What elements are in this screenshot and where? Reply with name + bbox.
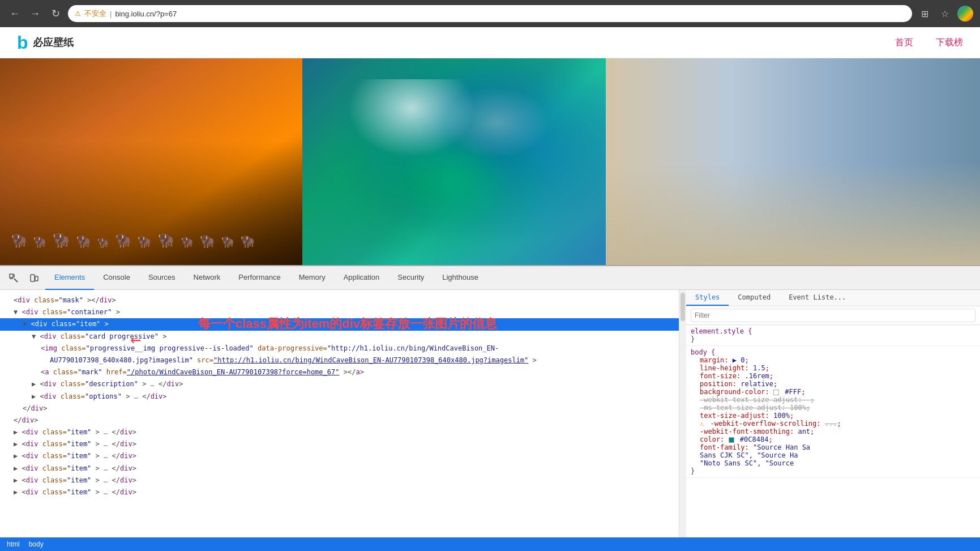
css-prop-ms-text-size: -ms-text-size-adjust: 100%; (691, 404, 975, 412)
css-brace-close: } (691, 335, 695, 343)
dom-panel-scrollbar-thumb[interactable] (681, 293, 685, 321)
css-prop-font-size: font-size: .16rem; (691, 372, 975, 380)
url-display: bing.ioliu.cn/?p=67 (115, 10, 177, 18)
dom-line-card-close[interactable]: </div> (0, 403, 679, 415)
tab-memory[interactable]: Memory (290, 266, 335, 290)
svg-rect-4 (31, 275, 35, 281)
css-prop-line-height: line-height: 1.5; (691, 364, 975, 372)
tab-performance[interactable]: Performance (229, 266, 289, 290)
svg-line-3 (14, 279, 18, 282)
tab-application[interactable]: Application (335, 266, 389, 290)
tab-security[interactable]: Security (388, 266, 433, 290)
color-swatch-teal (729, 437, 734, 443)
svg-rect-0 (10, 274, 13, 277)
dom-line-item-close[interactable]: </div> (0, 415, 679, 426)
dom-line-mask[interactable]: <div class="mask" ></div> (0, 294, 679, 306)
security-icon: ⚠ (75, 10, 81, 18)
profile-icon[interactable] (957, 6, 973, 22)
banner-image-left: 🦬 🦬 🦬 🦬 🦬 🦬 🦬 🦬 🦬 🦬 🦬 🦬 (0, 58, 302, 265)
styles-filter-input[interactable] (691, 309, 975, 322)
webpage-area: b 必应壁纸 首页 下载榜 🦬 🦬 🦬 🦬 🦬 🦬 🦬 🦬 🦬 🦬 🦬 (0, 27, 980, 265)
css-prop-background: background-color: #FFF; (691, 388, 975, 396)
chrome-right-icons: ⊞ ☆ (917, 6, 973, 22)
nav-download[interactable]: 下载榜 (936, 37, 963, 49)
reload-button[interactable]: ↻ (48, 6, 63, 22)
css-brace-body-close: } (691, 467, 695, 475)
dom-line-item-4[interactable]: ▶ <div class="item" > … </div> (0, 450, 679, 462)
styles-tab-styles[interactable]: Styles (686, 290, 729, 306)
styles-filter-area (686, 306, 980, 325)
site-title: 必应壁纸 (33, 36, 74, 49)
dom-line-description[interactable]: ▶ <div class="description" > … </div> (0, 378, 679, 390)
address-bar[interactable]: ⚠ 不安全 | bing.ioliu.cn/?p=67 (68, 5, 912, 22)
forward-button[interactable]: → (27, 6, 43, 22)
inspect-icon[interactable] (5, 269, 23, 287)
styles-panel: Styles Computed Event Liste... element.s… (686, 290, 980, 537)
dom-line-container-open[interactable]: ▼ <div class="container" > (0, 306, 679, 318)
dom-line-item-5[interactable]: ▶ <div class="item" > … </div> (0, 463, 679, 475)
devtools-panel: Elements Console Sources Network Perform… (0, 265, 980, 551)
translate-icon[interactable]: ⊞ (917, 6, 932, 22)
bing-logo: b (17, 32, 28, 53)
devtools-tabs-bar: Elements Console Sources Network Perform… (0, 266, 980, 290)
css-rule-element-style: element.style { } (686, 325, 980, 346)
css-prop-position: position: relative; (691, 380, 975, 388)
banner-images: 🦬 🦬 🦬 🦬 🦬 🦬 🦬 🦬 🦬 🦬 🦬 🦬 (0, 58, 980, 265)
css-prop-font-family-1: font-family: "Source Han Sa (691, 443, 975, 451)
css-prop-font-family-2: Sans CJK SC", "Source Ha (691, 451, 975, 459)
css-prop-font-family-3: "Noto Sans SC", "Source (691, 459, 975, 467)
security-label: 不安全 (84, 8, 106, 19)
tab-lighthouse[interactable]: Lighthouse (433, 266, 487, 290)
site-header: b 必应壁纸 首页 下载榜 (0, 27, 980, 58)
svg-rect-5 (35, 276, 38, 281)
device-icon[interactable] (25, 269, 43, 287)
site-logo: b 必应壁纸 (17, 32, 74, 53)
satellite-image (302, 58, 606, 265)
devtools-main-area: 每一个class属性为item的div标签存放一张图片的信息 ← <div cl… (0, 290, 980, 537)
styles-tab-computed[interactable]: Computed (729, 290, 780, 306)
status-bar: html body (0, 537, 980, 551)
tab-network[interactable]: Network (185, 266, 230, 290)
dom-line-item-2[interactable]: ▶ <div class="item" > … </div> (0, 426, 679, 438)
nav-home[interactable]: 首页 (895, 37, 913, 49)
tab-sources[interactable]: Sources (139, 266, 185, 290)
dom-line-options[interactable]: ▶ <div class="options" > … </div> (0, 391, 679, 403)
css-prop-margin: margin: ▶ 0; (691, 356, 975, 364)
css-warning-icon: ⚠ (700, 420, 704, 428)
css-prop-color: color: #0C8484; (691, 435, 975, 443)
site-nav: 首页 下载榜 (895, 37, 963, 49)
styles-tab-event[interactable]: Event Liste... (780, 290, 855, 306)
styles-tabs: Styles Computed Event Liste... (686, 290, 980, 306)
color-swatch-fff (773, 390, 779, 395)
dom-line-item-6[interactable]: ▶ <div class="item" > … </div> (0, 475, 679, 486)
dom-line-img[interactable]: <img class="progressive__img progressive… (0, 343, 679, 354)
dom-panel[interactable]: 每一个class属性为item的div标签存放一张图片的信息 ← <div cl… (0, 290, 679, 537)
tab-console[interactable]: Console (94, 266, 139, 290)
bison-silhouettes: 🦬 🦬 🦬 🦬 🦬 🦬 🦬 🦬 🦬 🦬 🦬 🦬 (11, 232, 255, 248)
dom-line-a-mark[interactable]: <a class="mark" href="/photo/WindCaveBis… (0, 366, 679, 378)
dom-line-item-3[interactable]: ▶ <div class="item" > … </div> (0, 438, 679, 450)
css-prop-webkit-text-size: -webkit-text-size-adjust: —; (691, 396, 975, 404)
banner-image-center (302, 58, 606, 265)
dom-panel-scrollbar[interactable] (679, 290, 686, 537)
status-html[interactable]: html (7, 540, 20, 548)
banner-image-right (606, 58, 980, 265)
dom-line-card-open[interactable]: ▼ <div class="card progressive" > (0, 331, 679, 343)
browser-chrome: ← → ↻ ⚠ 不安全 | bing.ioliu.cn/?p=67 ⊞ ☆ (0, 0, 980, 27)
css-selector-element: element.style { (691, 327, 752, 335)
dom-line-img-cont[interactable]: AU7790107398_640x480.jpg?imageslim" src=… (0, 354, 679, 366)
dom-line-item-open[interactable]: ▼ <div class="item" > (0, 318, 679, 330)
css-prop-webkit-overflow: ⚠ -webkit-overflow-scrolling: ...; (691, 420, 975, 428)
css-prop-text-size: text-size-adjust: 100%; (691, 412, 975, 420)
back-button[interactable]: ← (7, 6, 23, 22)
tab-elements[interactable]: Elements (45, 266, 94, 290)
status-body[interactable]: body (29, 540, 44, 548)
dom-line-item-7[interactable]: ▶ <div class="item" > … </div> (0, 486, 679, 498)
css-rule-body: body { margin: ▶ 0; line-height: 1.5; fo… (686, 346, 980, 478)
bookmark-icon[interactable]: ☆ (937, 6, 953, 22)
css-selector-body: body { (691, 348, 715, 356)
css-prop-webkit-font: -webkit-font-smoothing: ant; (691, 428, 975, 435)
